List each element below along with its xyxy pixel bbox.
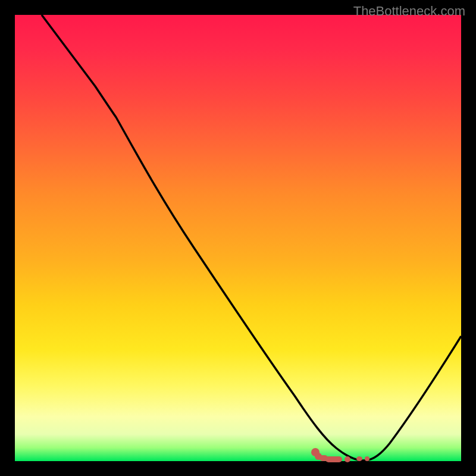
watermark-text: TheBottleneck.com [353, 4, 465, 19]
marker-dot [345, 456, 350, 462]
marker-dot [356, 456, 362, 461]
minimum-markers [15, 15, 461, 461]
chart-plot-area [15, 15, 461, 461]
marker-bar [325, 456, 342, 462]
marker-dot [365, 456, 369, 461]
